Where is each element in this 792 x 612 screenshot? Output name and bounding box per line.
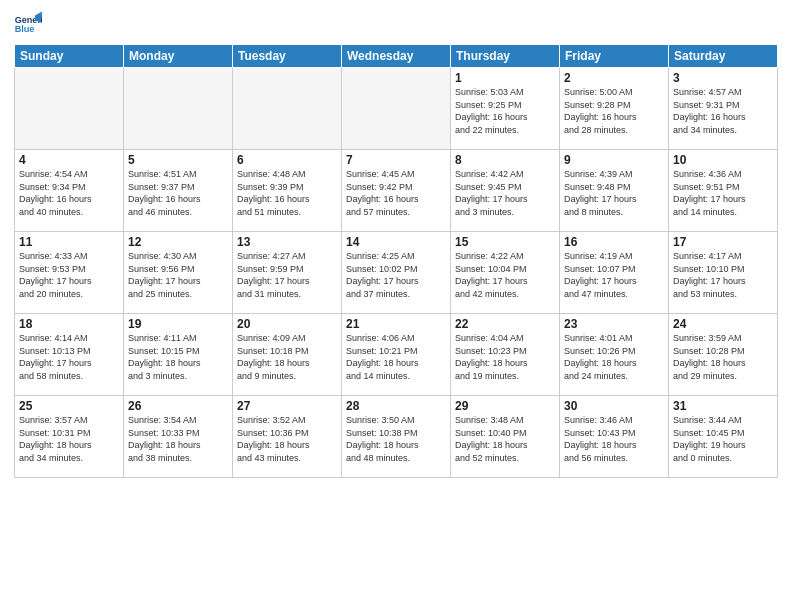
calendar-cell: 28Sunrise: 3:50 AM Sunset: 10:38 PM Dayl… <box>342 396 451 478</box>
day-info: Sunrise: 4:36 AM Sunset: 9:51 PM Dayligh… <box>673 168 773 218</box>
calendar-header-sunday: Sunday <box>15 45 124 68</box>
calendar-cell: 27Sunrise: 3:52 AM Sunset: 10:36 PM Dayl… <box>233 396 342 478</box>
day-info: Sunrise: 4:19 AM Sunset: 10:07 PM Daylig… <box>564 250 664 300</box>
calendar-cell: 14Sunrise: 4:25 AM Sunset: 10:02 PM Dayl… <box>342 232 451 314</box>
calendar-week-4: 18Sunrise: 4:14 AM Sunset: 10:13 PM Dayl… <box>15 314 778 396</box>
day-number: 22 <box>455 317 555 331</box>
day-info: Sunrise: 3:57 AM Sunset: 10:31 PM Daylig… <box>19 414 119 464</box>
calendar-cell: 11Sunrise: 4:33 AM Sunset: 9:53 PM Dayli… <box>15 232 124 314</box>
calendar-cell: 4Sunrise: 4:54 AM Sunset: 9:34 PM Daylig… <box>15 150 124 232</box>
day-info: Sunrise: 4:33 AM Sunset: 9:53 PM Dayligh… <box>19 250 119 300</box>
day-info: Sunrise: 3:46 AM Sunset: 10:43 PM Daylig… <box>564 414 664 464</box>
calendar-cell: 25Sunrise: 3:57 AM Sunset: 10:31 PM Dayl… <box>15 396 124 478</box>
day-number: 10 <box>673 153 773 167</box>
day-info: Sunrise: 4:54 AM Sunset: 9:34 PM Dayligh… <box>19 168 119 218</box>
day-number: 1 <box>455 71 555 85</box>
day-info: Sunrise: 4:45 AM Sunset: 9:42 PM Dayligh… <box>346 168 446 218</box>
page: General Blue SundayMondayTuesdayWednesda… <box>0 0 792 612</box>
calendar-cell: 6Sunrise: 4:48 AM Sunset: 9:39 PM Daylig… <box>233 150 342 232</box>
calendar: SundayMondayTuesdayWednesdayThursdayFrid… <box>14 44 778 478</box>
calendar-header-wednesday: Wednesday <box>342 45 451 68</box>
calendar-header-row: SundayMondayTuesdayWednesdayThursdayFrid… <box>15 45 778 68</box>
svg-text:Blue: Blue <box>15 24 35 34</box>
calendar-cell: 7Sunrise: 4:45 AM Sunset: 9:42 PM Daylig… <box>342 150 451 232</box>
day-number: 30 <box>564 399 664 413</box>
day-number: 21 <box>346 317 446 331</box>
day-info: Sunrise: 4:39 AM Sunset: 9:48 PM Dayligh… <box>564 168 664 218</box>
calendar-cell: 10Sunrise: 4:36 AM Sunset: 9:51 PM Dayli… <box>669 150 778 232</box>
day-number: 19 <box>128 317 228 331</box>
day-number: 8 <box>455 153 555 167</box>
day-info: Sunrise: 4:11 AM Sunset: 10:15 PM Daylig… <box>128 332 228 382</box>
day-info: Sunrise: 4:06 AM Sunset: 10:21 PM Daylig… <box>346 332 446 382</box>
calendar-cell: 3Sunrise: 4:57 AM Sunset: 9:31 PM Daylig… <box>669 68 778 150</box>
day-number: 4 <box>19 153 119 167</box>
day-info: Sunrise: 4:48 AM Sunset: 9:39 PM Dayligh… <box>237 168 337 218</box>
calendar-cell: 23Sunrise: 4:01 AM Sunset: 10:26 PM Dayl… <box>560 314 669 396</box>
calendar-cell: 12Sunrise: 4:30 AM Sunset: 9:56 PM Dayli… <box>124 232 233 314</box>
logo-icon: General Blue <box>14 10 42 38</box>
calendar-cell: 30Sunrise: 3:46 AM Sunset: 10:43 PM Dayl… <box>560 396 669 478</box>
calendar-cell: 2Sunrise: 5:00 AM Sunset: 9:28 PM Daylig… <box>560 68 669 150</box>
calendar-cell: 29Sunrise: 3:48 AM Sunset: 10:40 PM Dayl… <box>451 396 560 478</box>
calendar-header-thursday: Thursday <box>451 45 560 68</box>
day-info: Sunrise: 4:42 AM Sunset: 9:45 PM Dayligh… <box>455 168 555 218</box>
calendar-cell: 13Sunrise: 4:27 AM Sunset: 9:59 PM Dayli… <box>233 232 342 314</box>
day-number: 20 <box>237 317 337 331</box>
calendar-cell: 18Sunrise: 4:14 AM Sunset: 10:13 PM Dayl… <box>15 314 124 396</box>
calendar-cell: 20Sunrise: 4:09 AM Sunset: 10:18 PM Dayl… <box>233 314 342 396</box>
day-number: 15 <box>455 235 555 249</box>
calendar-week-2: 4Sunrise: 4:54 AM Sunset: 9:34 PM Daylig… <box>15 150 778 232</box>
day-info: Sunrise: 5:00 AM Sunset: 9:28 PM Dayligh… <box>564 86 664 136</box>
day-number: 5 <box>128 153 228 167</box>
day-number: 13 <box>237 235 337 249</box>
logo: General Blue <box>14 10 46 38</box>
day-info: Sunrise: 3:44 AM Sunset: 10:45 PM Daylig… <box>673 414 773 464</box>
day-number: 6 <box>237 153 337 167</box>
day-number: 27 <box>237 399 337 413</box>
calendar-cell: 24Sunrise: 3:59 AM Sunset: 10:28 PM Dayl… <box>669 314 778 396</box>
day-info: Sunrise: 3:52 AM Sunset: 10:36 PM Daylig… <box>237 414 337 464</box>
calendar-week-5: 25Sunrise: 3:57 AM Sunset: 10:31 PM Dayl… <box>15 396 778 478</box>
day-info: Sunrise: 4:01 AM Sunset: 10:26 PM Daylig… <box>564 332 664 382</box>
day-number: 31 <box>673 399 773 413</box>
day-number: 3 <box>673 71 773 85</box>
day-info: Sunrise: 4:57 AM Sunset: 9:31 PM Dayligh… <box>673 86 773 136</box>
day-number: 7 <box>346 153 446 167</box>
day-info: Sunrise: 4:51 AM Sunset: 9:37 PM Dayligh… <box>128 168 228 218</box>
calendar-cell <box>15 68 124 150</box>
calendar-cell: 31Sunrise: 3:44 AM Sunset: 10:45 PM Dayl… <box>669 396 778 478</box>
calendar-week-3: 11Sunrise: 4:33 AM Sunset: 9:53 PM Dayli… <box>15 232 778 314</box>
calendar-cell: 22Sunrise: 4:04 AM Sunset: 10:23 PM Dayl… <box>451 314 560 396</box>
calendar-header-tuesday: Tuesday <box>233 45 342 68</box>
day-number: 29 <box>455 399 555 413</box>
day-info: Sunrise: 4:22 AM Sunset: 10:04 PM Daylig… <box>455 250 555 300</box>
calendar-cell <box>342 68 451 150</box>
day-number: 18 <box>19 317 119 331</box>
calendar-cell: 1Sunrise: 5:03 AM Sunset: 9:25 PM Daylig… <box>451 68 560 150</box>
calendar-cell: 16Sunrise: 4:19 AM Sunset: 10:07 PM Dayl… <box>560 232 669 314</box>
day-number: 25 <box>19 399 119 413</box>
calendar-cell <box>124 68 233 150</box>
day-number: 11 <box>19 235 119 249</box>
day-info: Sunrise: 3:54 AM Sunset: 10:33 PM Daylig… <box>128 414 228 464</box>
calendar-cell: 15Sunrise: 4:22 AM Sunset: 10:04 PM Dayl… <box>451 232 560 314</box>
calendar-cell <box>233 68 342 150</box>
day-number: 12 <box>128 235 228 249</box>
day-info: Sunrise: 3:59 AM Sunset: 10:28 PM Daylig… <box>673 332 773 382</box>
day-number: 28 <box>346 399 446 413</box>
calendar-cell: 17Sunrise: 4:17 AM Sunset: 10:10 PM Dayl… <box>669 232 778 314</box>
day-info: Sunrise: 5:03 AM Sunset: 9:25 PM Dayligh… <box>455 86 555 136</box>
day-number: 23 <box>564 317 664 331</box>
day-info: Sunrise: 4:04 AM Sunset: 10:23 PM Daylig… <box>455 332 555 382</box>
day-info: Sunrise: 4:30 AM Sunset: 9:56 PM Dayligh… <box>128 250 228 300</box>
day-info: Sunrise: 4:17 AM Sunset: 10:10 PM Daylig… <box>673 250 773 300</box>
day-info: Sunrise: 4:25 AM Sunset: 10:02 PM Daylig… <box>346 250 446 300</box>
day-number: 26 <box>128 399 228 413</box>
day-info: Sunrise: 4:27 AM Sunset: 9:59 PM Dayligh… <box>237 250 337 300</box>
day-number: 24 <box>673 317 773 331</box>
day-info: Sunrise: 3:50 AM Sunset: 10:38 PM Daylig… <box>346 414 446 464</box>
calendar-cell: 19Sunrise: 4:11 AM Sunset: 10:15 PM Dayl… <box>124 314 233 396</box>
calendar-cell: 5Sunrise: 4:51 AM Sunset: 9:37 PM Daylig… <box>124 150 233 232</box>
header: General Blue <box>14 10 778 38</box>
